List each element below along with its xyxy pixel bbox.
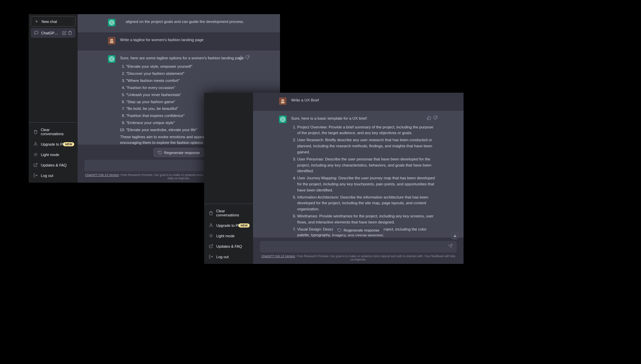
sun-icon <box>33 152 38 157</box>
sidebar: Clear conversations Upgrade to PlusNEW L… <box>204 93 253 264</box>
user-message: Write a UX Brief <box>253 93 464 111</box>
regenerate-button[interactable]: Regenerate response <box>333 225 384 235</box>
list-item: User Research: Briefly describe any user… <box>297 137 438 155</box>
refresh-icon <box>337 228 342 232</box>
send-button[interactable] <box>448 244 453 250</box>
updates-faq[interactable]: Updates & FAQ <box>29 160 78 170</box>
trash-icon <box>209 211 213 215</box>
external-link-icon <box>209 244 213 248</box>
user-prompt-text: Write a UX Brief <box>291 97 438 103</box>
user-avatar <box>279 97 286 105</box>
logout-label: Log out <box>216 255 229 259</box>
message-input-bar[interactable] <box>260 241 457 252</box>
ux-brief-list: Project Overview: Provide a brief summar… <box>291 124 438 238</box>
regenerate-button[interactable]: Regenerate response <box>154 148 204 157</box>
list-item: "Discover your fashion statement" <box>126 71 250 77</box>
sidebar: New chat ChatGPT Introduction. Clear con… <box>29 14 78 183</box>
assistant-message: Sure, here is a basic template for a UX … <box>253 111 464 238</box>
new-chat-button[interactable]: New chat <box>31 16 76 27</box>
assistant-avatar <box>279 116 286 123</box>
plus-icon <box>34 19 39 24</box>
logout-icon <box>33 173 38 178</box>
light-label: Light mode <box>41 153 59 157</box>
log-out[interactable]: Log out <box>29 170 78 181</box>
thumbs-up-icon[interactable] <box>427 116 431 120</box>
list-item: Project Overview: Provide a brief summar… <box>297 124 438 136</box>
faq-label: Updates & FAQ <box>216 244 242 248</box>
list-item: Information Architecture: Describe the i… <box>297 194 438 212</box>
list-item: "Fashion for every occasion" <box>126 85 250 91</box>
conversation-item[interactable]: ChatGPT Introduction. <box>31 28 76 38</box>
upgrade-to-plus[interactable]: Upgrade to PlusNEW <box>204 220 253 231</box>
clear-conversations[interactable]: Clear conversations <box>29 125 78 139</box>
chat-icon <box>34 31 38 35</box>
updates-faq[interactable]: Updates & FAQ <box>204 241 253 251</box>
external-link-icon <box>33 163 38 167</box>
svg-rect-18 <box>110 41 114 43</box>
conversation-label: ChatGPT Introduction. <box>41 31 59 35</box>
message-input[interactable] <box>264 244 448 249</box>
clear-conversations[interactable]: Clear conversations <box>204 206 253 220</box>
light-label: Light mode <box>216 234 234 238</box>
user-avatar <box>108 37 115 44</box>
assistant-message: aligned on the project goals and can gui… <box>78 14 280 32</box>
refresh-icon <box>158 150 162 155</box>
footer-text: ChatGPT Feb 13 Version. Free Research Pr… <box>260 254 457 261</box>
assistant-intro: Sure, here are some tagline options for … <box>120 55 250 61</box>
user-prompt-text: Write a tagline for women's fashion land… <box>120 37 250 43</box>
user-message: Write a tagline for women's fashion land… <box>78 32 280 51</box>
version-link[interactable]: ChatGPT Feb 13 Version <box>85 173 119 177</box>
light-mode[interactable]: Light mode <box>204 231 253 241</box>
message-list[interactable]: Write a UX Brief Sure, here is a basic t… <box>253 93 464 238</box>
assistant-avatar <box>108 19 115 26</box>
upgrade-to-plus[interactable]: Upgrade to PlusNEW <box>29 139 78 149</box>
user-icon <box>33 142 38 146</box>
assistant-avatar <box>108 55 115 63</box>
list-item: "Elevate your style, empower yourself" <box>126 64 250 70</box>
log-out[interactable]: Log out <box>204 251 253 262</box>
faq-label: Updates & FAQ <box>41 163 66 167</box>
list-item: User Personas: Describe the user persona… <box>297 156 438 174</box>
openai-icon <box>280 117 285 122</box>
prev-response-tail: aligned on the project goals and can gui… <box>120 19 250 25</box>
regenerate-label: Regenerate response <box>344 228 380 232</box>
thumbs-down-icon[interactable] <box>245 55 250 60</box>
version-link[interactable]: ChatGPT Feb 13 Version <box>261 254 295 258</box>
clear-label: Clear conversations <box>41 128 73 136</box>
scroll-to-bottom-button[interactable] <box>451 232 459 240</box>
chat-main: Write a UX Brief Sure, here is a basic t… <box>253 93 464 264</box>
chat-footer: Regenerate response ChatGPT Feb 13 Versi… <box>253 238 464 264</box>
edit-icon[interactable] <box>62 31 66 35</box>
assistant-intro: Sure, here is a basic template for a UX … <box>291 116 438 122</box>
new-chat-label: New chat <box>41 20 57 24</box>
list-item: Wireframes: Provide wireframes for the p… <box>297 213 438 225</box>
list-item: User Journey Mapping: Describe the user … <box>297 175 438 193</box>
regenerate-label: Regenerate response <box>164 151 200 155</box>
send-icon <box>448 244 453 248</box>
openai-icon <box>109 56 114 62</box>
clear-label: Clear conversations <box>216 209 248 217</box>
light-mode[interactable]: Light mode <box>29 149 78 160</box>
user-icon <box>209 223 213 228</box>
delete-icon[interactable] <box>68 31 72 35</box>
thumbs-down-icon[interactable] <box>433 116 438 120</box>
logout-icon <box>209 254 213 259</box>
new-badge: NEW <box>239 223 250 228</box>
disclaimer-text: . Free Research Preview. Our goal is to … <box>295 254 455 261</box>
trash-icon <box>33 130 38 134</box>
logout-label: Log out <box>41 174 53 178</box>
new-badge: NEW <box>63 142 74 146</box>
chat-window-2: Clear conversations Upgrade to PlusNEW L… <box>204 93 464 264</box>
openai-icon <box>109 20 114 25</box>
thumbs-up-icon[interactable] <box>239 55 243 60</box>
svg-rect-20 <box>281 101 285 103</box>
sun-icon <box>209 234 213 238</box>
arrow-down-icon <box>453 234 457 238</box>
svg-rect-17 <box>110 39 113 40</box>
svg-rect-19 <box>281 99 284 101</box>
list-item: "Where fashion meets comfort" <box>126 78 250 84</box>
